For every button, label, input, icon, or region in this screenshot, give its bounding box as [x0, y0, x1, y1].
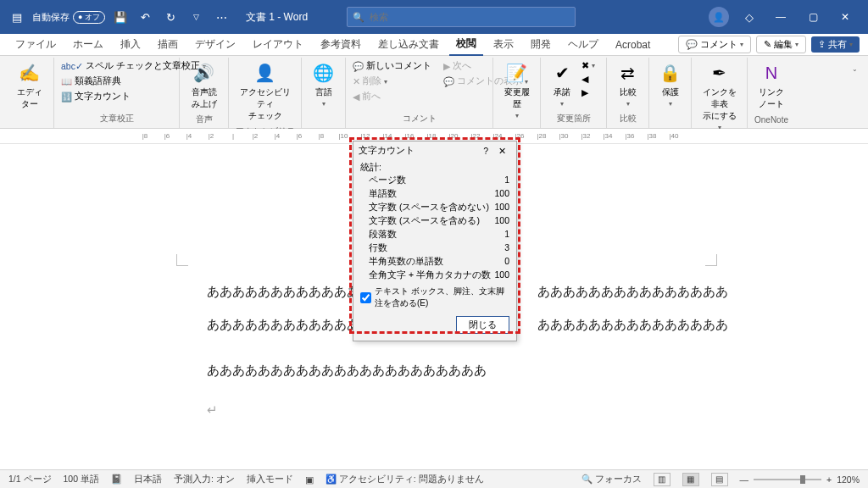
share-button[interactable]: ⇪共有▾: [811, 36, 860, 53]
status-spell-icon[interactable]: 📓: [111, 474, 122, 485]
reject-button[interactable]: ✖▾: [580, 59, 597, 71]
tab-references[interactable]: 参考資料: [314, 34, 368, 55]
document-title: 文書 1 - Word: [246, 10, 308, 25]
maximize-button[interactable]: ▢: [797, 0, 829, 34]
show-icon: 💬: [443, 76, 454, 87]
status-page[interactable]: 1/1 ページ: [8, 474, 52, 485]
language-button[interactable]: 🌐言語▾: [307, 59, 340, 109]
tab-design[interactable]: デザイン: [188, 34, 242, 55]
stat-row: ページ数1: [360, 174, 509, 187]
onenote-button[interactable]: Nリンク ノート: [753, 59, 790, 112]
coming-soon-icon[interactable]: ◇: [739, 7, 760, 27]
delete-icon: ✕: [353, 76, 360, 86]
reject-icon: ✖: [581, 60, 589, 70]
dialog-title: 文字カウント: [359, 145, 415, 157]
zoom-out-button[interactable]: —: [740, 474, 749, 485]
stat-row: 半角英数の単語数0: [360, 255, 509, 269]
save-icon[interactable]: 💾: [110, 7, 131, 27]
autosave-toggle[interactable]: 自動保存 ● オフ: [32, 11, 105, 24]
stat-row: 行数3: [360, 241, 509, 255]
next-change-button[interactable]: ▶: [580, 86, 597, 98]
accessibility-check-button[interactable]: 👤アクセシビリティ チェック: [234, 59, 296, 124]
globe-icon: 🌐: [312, 61, 336, 85]
editor-icon: ✍: [18, 61, 42, 85]
stat-row: 文字数 (スペースを含めない)100: [360, 201, 509, 214]
delete-comment-button[interactable]: ✕削除▾: [351, 75, 433, 88]
redo-icon[interactable]: ↻: [161, 7, 181, 27]
stat-row: 単語数100: [360, 187, 509, 201]
focus-mode-button[interactable]: 🔍 フォーカス: [581, 474, 642, 485]
view-read-button[interactable]: ▥: [654, 473, 670, 486]
title-bar: ▤ 自動保存 ● オフ 💾 ↶ ↻ ▽ ⋯ 文書 1 - Word 🔍 👤 ◇ …: [0, 0, 868, 34]
accept-button[interactable]: ✔承諾▾: [546, 59, 578, 109]
status-insert-mode[interactable]: 挿入モード: [247, 474, 293, 485]
dialog-close-button[interactable]: ✕: [493, 146, 511, 156]
status-macro-icon[interactable]: ▣: [305, 474, 314, 485]
tab-layout[interactable]: レイアウト: [246, 34, 310, 55]
stat-row: 文字数 (スペースを含める)100: [360, 214, 509, 228]
editor-button[interactable]: ✍エディ ター: [10, 59, 48, 112]
tab-mailings[interactable]: 差し込み文書: [371, 34, 446, 55]
status-wordcount[interactable]: 100 単語: [64, 474, 99, 485]
new-comment-button[interactable]: 💬新しいコメント: [351, 59, 433, 73]
zoom-level[interactable]: 120%: [837, 474, 860, 485]
search-icon: 🔍: [353, 12, 364, 23]
hide-ink-button[interactable]: ✒インクを非表 示にする▾: [697, 59, 742, 133]
stats-label: 統計:: [360, 162, 509, 174]
prev-change-button[interactable]: ◀: [580, 73, 597, 85]
next-icon: ▶: [443, 61, 450, 71]
tab-file[interactable]: ファイル: [8, 34, 63, 55]
stat-row: 全角文字 + 半角カタカナの数100: [360, 269, 509, 282]
tab-insert[interactable]: 挿入: [114, 34, 147, 55]
zoom-in-button[interactable]: +: [826, 474, 832, 485]
status-accessibility[interactable]: ♿ アクセシビリティ: 問題ありません: [326, 474, 484, 485]
speaker-icon: 🔊: [192, 61, 216, 85]
tab-home[interactable]: ホーム: [66, 34, 110, 55]
dialog-close-ok-button[interactable]: 閉じる: [456, 316, 509, 334]
view-web-button[interactable]: ▤: [711, 473, 728, 486]
prev-comment-button[interactable]: ◀前へ: [351, 90, 433, 103]
editing-mode-button[interactable]: ✎編集▾: [756, 36, 806, 53]
wordcount-dialog: 文字カウント ? ✕ 統計: ページ数1単語数100文字数 (スペースを含めない…: [353, 141, 517, 341]
qat-more-icon[interactable]: ▽: [186, 7, 207, 27]
tab-developer[interactable]: 開発: [524, 34, 558, 55]
ribbon-tabs: ファイル ホーム 挿入 描画 デザイン レイアウト 参考資料 差し込み文書 校閲…: [0, 34, 868, 56]
word-app-icon: ▤: [7, 7, 27, 27]
status-predict[interactable]: 予測入力: オン: [174, 474, 235, 485]
track-changes-button[interactable]: 📝変更履歴▾: [498, 59, 535, 121]
accept-icon: ✔: [550, 61, 574, 85]
count-icon: 🔢: [61, 92, 72, 103]
status-language[interactable]: 日本語: [134, 474, 162, 485]
ribbon-collapse-icon[interactable]: ⌄: [852, 65, 858, 73]
next-change-icon: ▶: [581, 87, 588, 97]
pencil-icon: ✎: [764, 39, 771, 50]
user-avatar-icon[interactable]: 👤: [709, 7, 729, 27]
dialog-help-button[interactable]: ?: [478, 146, 493, 156]
read-aloud-button[interactable]: 🔊音声読 み上げ: [185, 59, 223, 112]
tab-help[interactable]: ヘルプ: [561, 34, 605, 55]
zoom-slider[interactable]: [754, 479, 821, 480]
checkbox-label: テキスト ボックス、脚注、文末脚注を含める(E): [375, 286, 509, 309]
tab-acrobat[interactable]: Acrobat: [609, 36, 657, 54]
tab-review[interactable]: 校閲: [449, 33, 483, 56]
onenote-icon: N: [760, 61, 783, 85]
undo-icon[interactable]: ↶: [136, 7, 156, 27]
lock-icon: 🔒: [659, 61, 682, 85]
track-icon: 📝: [505, 61, 529, 85]
minimize-button[interactable]: —: [765, 0, 797, 34]
include-textboxes-checkbox[interactable]: [360, 292, 371, 303]
comment-add-icon: 💬: [353, 61, 364, 72]
search-box[interactable]: 🔍: [347, 7, 576, 27]
view-print-button[interactable]: ▦: [682, 473, 699, 486]
compare-button[interactable]: ⇄比較▾: [612, 59, 643, 109]
search-input[interactable]: [370, 12, 570, 22]
close-button[interactable]: ✕: [829, 0, 861, 34]
compare-icon: ⇄: [616, 61, 640, 85]
qat-overflow-icon[interactable]: ⋯: [212, 7, 232, 27]
abc-icon: abc✓: [61, 61, 83, 71]
comments-pane-button[interactable]: 💬コメント▾: [678, 36, 751, 53]
protect-button[interactable]: 🔒保護▾: [654, 59, 686, 109]
tab-draw[interactable]: 描画: [151, 34, 185, 55]
ribbon: ✍エディ ター abc✓スペル チェックと文章校正▾ 📖類義語辞典 🔢文字カウン…: [0, 56, 868, 129]
tab-view[interactable]: 表示: [487, 34, 520, 55]
